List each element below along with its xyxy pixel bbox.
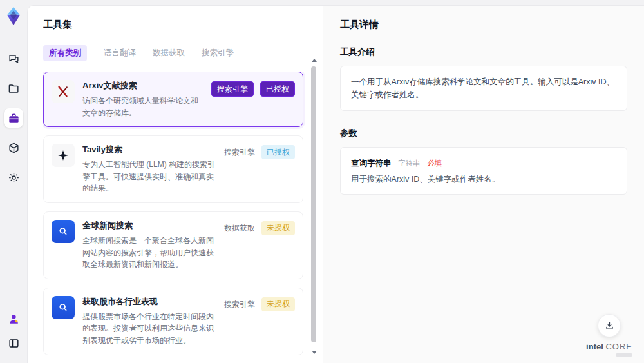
chat-icon xyxy=(8,53,20,65)
tool-name: Tavily搜索 xyxy=(82,144,216,155)
nav-settings-button[interactable] xyxy=(4,168,23,187)
nav-models-button[interactable] xyxy=(4,138,23,157)
tool-name: Arxiv文献搜索 xyxy=(82,80,204,92)
tool-card-tavily[interactable]: Tavily搜索 专为人工智能代理 (LLM) 构建的搜索引擎工具。可快速提供实… xyxy=(43,135,303,203)
cube-icon xyxy=(8,142,20,154)
nav-chat-button[interactable] xyxy=(4,49,23,68)
page-title: 工具集 xyxy=(43,19,306,31)
nav-tools-button[interactable] xyxy=(4,108,23,128)
intel-core-logo: intel CORE xyxy=(586,342,632,357)
param-description: 用于搜索的Arxiv ID、关键字或作者姓名。 xyxy=(351,174,616,185)
tool-name: 全球新闻搜索 xyxy=(82,220,216,231)
app-screen: 工具集 所有类别 语言翻译 数据获取 搜索引擎 A xyxy=(0,0,644,363)
tavily-logo-icon xyxy=(52,144,75,167)
category-tabs: 所有类别 语言翻译 数据获取 搜索引擎 xyxy=(43,45,306,61)
nav-files-button[interactable] xyxy=(4,79,23,98)
gear-icon xyxy=(8,172,20,184)
tool-description: 全球新闻搜索是一个聚合全球各大新闻网站内容的搜索引擎，帮助用户快速获取全球最新资… xyxy=(82,235,216,271)
folder-icon xyxy=(8,83,20,95)
download-button[interactable] xyxy=(598,314,621,337)
scrollbar-thumb[interactable] xyxy=(311,66,316,342)
params-heading: 参数 xyxy=(340,128,627,139)
tab-data-acquisition[interactable]: 数据获取 xyxy=(153,48,185,59)
icon-rail xyxy=(0,0,27,363)
status-badge: 已授权 xyxy=(260,81,295,97)
category-label: 搜索引擎 xyxy=(224,297,255,310)
category-label: 搜索引擎 xyxy=(224,145,255,158)
tool-description: 提供股票市场各个行业在特定时间段内的表现。投资者可以利用这些信息来识别表现优于或… xyxy=(82,311,216,347)
tab-language-translation[interactable]: 语言翻译 xyxy=(104,48,136,59)
intro-text: 一个用于从Arxiv存储库搜索科学论文和文章的工具。输入可以是Arxiv ID、… xyxy=(351,75,616,101)
download-icon xyxy=(604,320,615,331)
collapse-panel-button[interactable] xyxy=(4,333,23,353)
tool-card-arxiv[interactable]: Arxiv文献搜索 访问各个研究领域大量科学论文和文章的存储库。 搜索引擎 已授… xyxy=(43,72,303,127)
param-type: 字符串 xyxy=(398,159,421,167)
brand-subtag xyxy=(616,353,632,357)
param-name: 查询字符串 xyxy=(351,159,392,168)
main-shell: 工具集 所有类别 语言翻译 数据获取 搜索引擎 A xyxy=(27,5,644,363)
intro-box: 一个用于从Arxiv存储库搜索科学论文和文章的工具。输入可以是Arxiv ID、… xyxy=(340,66,627,111)
param-required-flag: 必填 xyxy=(427,159,442,167)
user-profile-button[interactable] xyxy=(4,309,23,328)
status-badge: 未授权 xyxy=(261,221,295,235)
list-scrollbar[interactable] xyxy=(311,59,317,354)
tool-description: 专为人工智能代理 (LLM) 构建的搜索引擎工具。可快速提供实时、准确和真实的结… xyxy=(82,159,216,195)
scroll-up-arrow[interactable] xyxy=(312,59,317,62)
status-badge: 已授权 xyxy=(261,145,295,159)
rail-bottom xyxy=(4,309,23,358)
search-tool-icon xyxy=(52,220,75,243)
tool-card-sector-performance[interactable]: 获取股市各行业表现 提供股票市场各个行业在特定时间段内的表现。投资者可以利用这些… xyxy=(43,288,303,355)
tool-list-panel: 工具集 所有类别 语言翻译 数据获取 搜索引擎 A xyxy=(28,6,323,363)
category-badge: 搜索引擎 xyxy=(211,81,254,97)
scroll-down-arrow[interactable] xyxy=(312,351,317,354)
search-tool-icon xyxy=(52,296,75,319)
detail-title: 工具详情 xyxy=(340,19,627,31)
user-icon xyxy=(8,313,20,325)
tool-detail-panel: 工具详情 工具介绍 一个用于从Arxiv存储库搜索科学论文和文章的工具。输入可以… xyxy=(323,6,644,363)
param-box: 查询字符串 字符串 必填 用于搜索的Arxiv ID、关键字或作者姓名。 xyxy=(340,147,627,195)
tool-description: 访问各个研究领域大量科学论文和文章的存储库。 xyxy=(82,95,204,119)
panel-toggle-icon xyxy=(8,337,20,349)
tool-card-global-news[interactable]: 全球新闻搜索 全球新闻搜索是一个聚合全球各大新闻网站内容的搜索引擎，帮助用户快速… xyxy=(43,211,303,279)
arxiv-logo-icon xyxy=(52,80,75,103)
tool-name: 获取股市各行业表现 xyxy=(82,296,216,308)
status-badge: 未授权 xyxy=(261,297,295,311)
tool-card-list: Arxiv文献搜索 访问各个研究领域大量科学论文和文章的存储库。 搜索引擎 已授… xyxy=(43,72,306,363)
intro-heading: 工具介绍 xyxy=(340,46,627,58)
app-logo-icon xyxy=(5,6,22,26)
tab-all-categories[interactable]: 所有类别 xyxy=(43,45,87,61)
briefcase-icon xyxy=(8,112,20,124)
category-label: 数据获取 xyxy=(224,221,255,234)
floating-controls: intel CORE xyxy=(586,314,632,357)
tab-search-engine[interactable]: 搜索引擎 xyxy=(202,48,234,59)
